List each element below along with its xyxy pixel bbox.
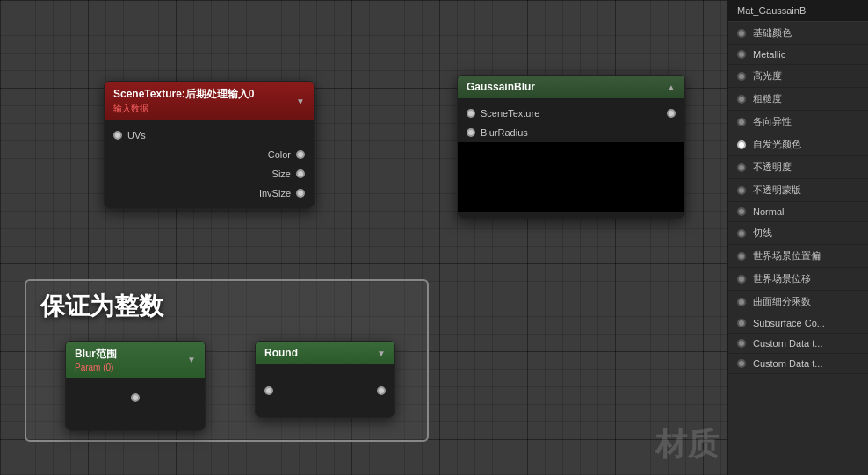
panel-pin-4	[737, 118, 746, 126]
color-label: Color	[268, 149, 291, 160]
panel-item-15[interactable]: Custom Data t...	[728, 354, 868, 374]
panel-item-6[interactable]: 不透明度	[728, 156, 868, 179]
panel-pin-1	[737, 50, 746, 59]
panel-pin-3	[737, 95, 746, 104]
round-body	[256, 364, 394, 417]
panel-item-3[interactable]: 粗糙度	[728, 88, 868, 111]
gaussain-out-pin[interactable]	[667, 109, 676, 118]
scene-texture-header[interactable]: SceneTexture:后期处理输入0 输入数据 ▼	[105, 82, 314, 120]
gaussain-blur-header[interactable]: GaussainBlur ▲	[458, 76, 684, 98]
panel-item-5[interactable]: 自发光颜色	[728, 133, 868, 156]
color-pin[interactable]	[296, 150, 305, 159]
blur-range-subtitle: Param (0)	[75, 363, 117, 372]
panel-pin-13	[737, 319, 746, 327]
panel-pin-7	[737, 186, 746, 195]
right-panel-title: Mat_GaussainB	[737, 5, 806, 16]
panel-item-7[interactable]: 不透明蒙版	[728, 179, 868, 202]
right-panel-header: Mat_GaussainB	[728, 0, 868, 22]
panel-item-label-10: 世界场景位置偏	[753, 249, 821, 263]
gaussain-blur-radius-row: BlurRadius	[458, 123, 684, 142]
panel-pin-12	[737, 298, 746, 306]
panel-item-label-14: Custom Data t...	[753, 338, 822, 349]
panel-pin-9	[737, 229, 746, 238]
round-in-pin[interactable]	[264, 386, 273, 395]
panel-item-12[interactable]: 曲面细分乘数	[728, 291, 868, 313]
blur-range-dropdown[interactable]: ▼	[187, 355, 196, 364]
panel-pin-0	[737, 29, 746, 38]
scene-texture-color-row: Color	[105, 145, 314, 164]
panel-item-label-4: 各向异性	[753, 115, 792, 128]
panel-item-label-8: Normal	[753, 206, 784, 217]
uvs-pin[interactable]	[113, 131, 122, 140]
uvs-label: UVs	[127, 130, 146, 140]
gaussain-blur-scene-row: SceneTexture	[458, 104, 684, 123]
gaussain-blur-node[interactable]: GaussainBlur ▲ SceneTexture BlurRadius	[457, 75, 685, 219]
panel-item-label-15: Custom Data t...	[753, 358, 822, 369]
round-header[interactable]: Round ▼	[256, 342, 394, 364]
panel-item-label-1: Metallic	[753, 49, 785, 60]
scene-texture-in-pin[interactable]	[467, 109, 475, 118]
gaussain-blur-dropdown[interactable]: ▲	[667, 83, 676, 92]
panel-item-label-13: Subsurface Co...	[753, 318, 825, 328]
panel-item-11[interactable]: 世界场景位移	[728, 268, 868, 291]
scene-texture-title: SceneTexture:后期处理输入0	[113, 87, 254, 102]
scene-texture-invsize-row: InvSize	[105, 184, 314, 203]
scene-texture-subtitle: 输入数据	[113, 103, 254, 115]
blur-radius-label: BlurRadius	[481, 127, 528, 138]
panel-items-container: 基础颜色Metallic高光度粗糙度各向异性自发光颜色不透明度不透明蒙版Norm…	[728, 22, 868, 374]
size-pin[interactable]	[296, 169, 305, 178]
scene-texture-body: UVs Color Size InvSize	[105, 120, 314, 208]
panel-pin-14	[737, 339, 746, 348]
size-label: Size	[272, 169, 291, 179]
gaussain-blur-preview	[458, 142, 684, 212]
blur-radius-pin[interactable]	[467, 128, 475, 137]
panel-item-label-9: 切线	[753, 227, 772, 240]
panel-item-label-5: 自发光颜色	[753, 138, 801, 151]
panel-item-label-0: 基础颜色	[753, 26, 792, 40]
right-panel: Mat_GaussainB 基础颜色Metallic高光度粗糙度各向异性自发光颜…	[727, 0, 868, 475]
panel-pin-5	[737, 140, 746, 149]
scene-texture-dropdown[interactable]: ▼	[296, 97, 305, 106]
group-label: 保证为整数	[40, 290, 163, 323]
round-title: Round	[264, 347, 298, 359]
blur-range-body	[66, 378, 205, 430]
scene-texture-node[interactable]: SceneTexture:后期处理输入0 输入数据 ▼ UVs Color Si…	[104, 81, 315, 209]
invsize-label: InvSize	[259, 188, 291, 198]
blur-range-header[interactable]: Blur范围 Param (0) ▼	[66, 342, 205, 378]
blur-range-out-pin[interactable]	[131, 393, 140, 402]
round-node[interactable]: Round ▼	[255, 341, 395, 418]
panel-item-9[interactable]: 切线	[728, 222, 868, 245]
panel-pin-8	[737, 207, 746, 216]
round-out-pin[interactable]	[377, 386, 386, 395]
panel-item-label-2: 高光度	[753, 69, 782, 83]
scene-texture-uvs-row: UVs	[105, 126, 314, 145]
panel-pin-10	[737, 252, 746, 261]
panel-item-14[interactable]: Custom Data t...	[728, 334, 868, 354]
panel-item-0[interactable]: 基础颜色	[728, 22, 868, 45]
scene-texture-in-label: SceneTexture	[481, 108, 539, 119]
gaussain-blur-title: GaussainBlur	[467, 81, 535, 93]
panel-item-label-12: 曲面细分乘数	[753, 295, 811, 308]
panel-item-8[interactable]: Normal	[728, 202, 868, 222]
panel-item-label-6: 不透明度	[753, 161, 792, 174]
panel-pin-11	[737, 275, 746, 284]
panel-item-label-11: 世界场景位移	[753, 272, 811, 285]
panel-pin-15	[737, 359, 746, 368]
panel-item-label-3: 粗糙度	[753, 92, 782, 105]
panel-item-2[interactable]: 高光度	[728, 65, 868, 88]
panel-item-13[interactable]: Subsurface Co...	[728, 313, 868, 334]
panel-pin-2	[737, 72, 746, 81]
panel-item-label-7: 不透明蒙版	[753, 184, 801, 197]
invsize-pin[interactable]	[296, 189, 305, 198]
scene-texture-size-row: Size	[105, 164, 314, 184]
panel-item-4[interactable]: 各向异性	[728, 111, 868, 133]
round-dropdown[interactable]: ▼	[377, 349, 386, 358]
blur-range-node[interactable]: Blur范围 Param (0) ▼	[65, 341, 206, 431]
panel-item-10[interactable]: 世界场景位置偏	[728, 245, 868, 268]
panel-pin-6	[737, 163, 746, 172]
blur-range-title: Blur范围	[75, 347, 117, 362]
gaussain-blur-body: SceneTexture BlurRadius	[458, 98, 684, 218]
panel-item-1[interactable]: Metallic	[728, 45, 868, 65]
